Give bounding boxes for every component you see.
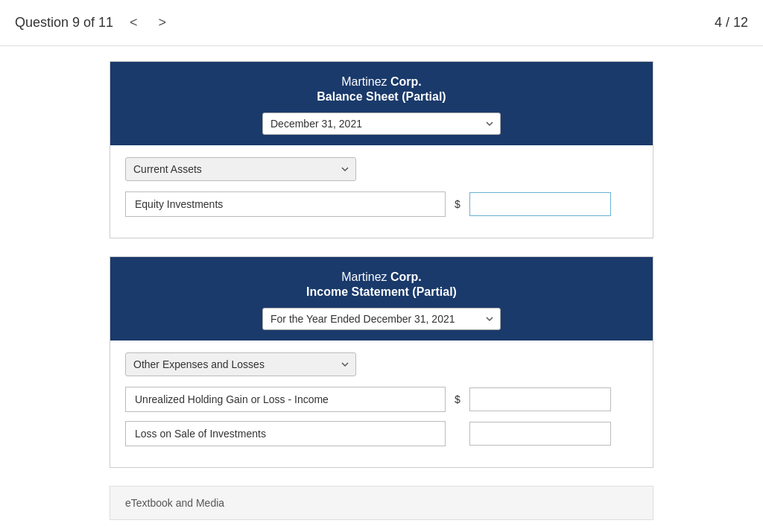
balance-sheet-card: Martinez Corp. Balance Sheet (Partial) D… [110, 61, 653, 238]
header-left: Question 9 of 11 < > [15, 12, 171, 34]
page-header: Question 9 of 11 < > 4 / 12 [0, 0, 763, 46]
equity-investments-row: Equity Investments $ [125, 191, 638, 217]
income-statement-section-select[interactable]: Other Expenses and Losses [125, 352, 356, 376]
income-statement-body: Other Expenses and Losses Unrealized Hol… [110, 341, 653, 467]
page-counter: 4 / 12 [715, 15, 748, 31]
balance-sheet-body: Current Assets Equity Investments $ [110, 145, 653, 238]
hint-bar: eTextbook and Media [110, 486, 653, 520]
income-statement-section-wrapper: Other Expenses and Losses [125, 352, 638, 376]
loss-on-sale-label: Loss on Sale of Investments [125, 421, 446, 446]
prev-button[interactable]: < [125, 12, 142, 34]
balance-sheet-date-select[interactable]: December 31, 2021 [262, 113, 501, 135]
unrealized-holding-input[interactable] [469, 387, 611, 411]
income-statement-title: Income Statement (Partial) [125, 285, 638, 299]
next-button[interactable]: > [154, 12, 171, 34]
income-statement-header: Martinez Corp. Income Statement (Partial… [110, 257, 653, 341]
income-statement-company-name: Martinez Corp. [125, 270, 638, 284]
loss-on-sale-input[interactable] [469, 422, 611, 446]
balance-sheet-title: Balance Sheet (Partial) [125, 90, 638, 104]
unrealized-holding-label: Unrealized Holding Gain or Loss - Income [125, 387, 446, 412]
loss-on-sale-row: Loss on Sale of Investments $ [125, 421, 638, 446]
balance-sheet-date-wrapper: December 31, 2021 [125, 113, 638, 135]
income-statement-card: Martinez Corp. Income Statement (Partial… [110, 256, 653, 468]
equity-investments-input[interactable] [469, 192, 611, 216]
balance-sheet-section-select[interactable]: Current Assets [125, 157, 356, 181]
question-label: Question 9 of 11 [15, 15, 113, 31]
hint-bar-text: eTextbook and Media [125, 497, 224, 509]
equity-investments-label: Equity Investments [125, 191, 446, 217]
income-statement-date-select[interactable]: For the Year Ended December 31, 2021 [262, 308, 501, 330]
equity-investments-dollar: $ [455, 198, 460, 210]
income-statement-date-wrapper: For the Year Ended December 31, 2021 [125, 308, 638, 330]
balance-sheet-company-name: Martinez Corp. [125, 75, 638, 89]
unrealized-holding-row: Unrealized Holding Gain or Loss - Income… [125, 387, 638, 412]
balance-sheet-header: Martinez Corp. Balance Sheet (Partial) D… [110, 62, 653, 145]
main-content: Martinez Corp. Balance Sheet (Partial) D… [0, 46, 763, 520]
balance-sheet-section-wrapper: Current Assets [125, 157, 638, 181]
unrealized-holding-dollar: $ [455, 393, 460, 405]
